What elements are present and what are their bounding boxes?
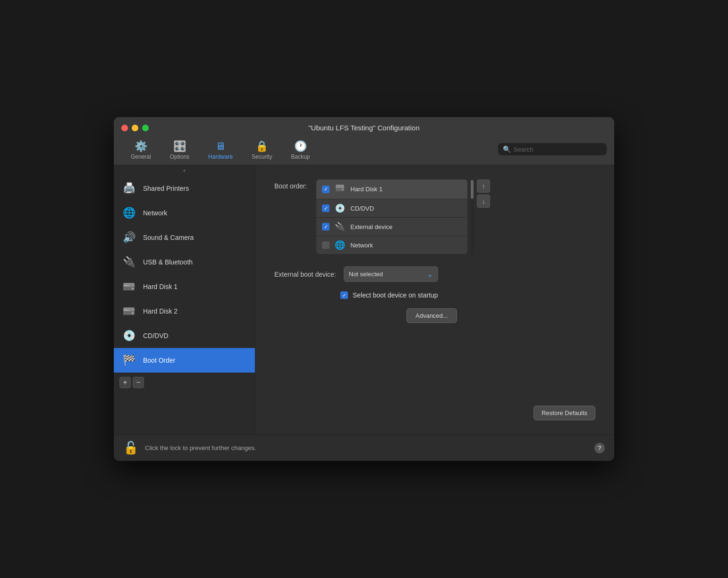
network-icon: 🌐 — [121, 205, 136, 221]
unlocked-lock-icon: 🔓 — [123, 441, 138, 455]
sidebar-label-network: Network — [143, 209, 167, 217]
add-item-button[interactable]: + — [119, 377, 131, 388]
main-window: "Ubuntu LFS Testing" Configuration ⚙️ Ge… — [114, 117, 614, 461]
sidebar-item-cd-dvd[interactable]: 💿 CD/DVD — [114, 323, 255, 348]
printer-icon: 🖨️ — [121, 181, 136, 196]
sidebar-item-hard-disk-2[interactable]: Hard Disk 2 — [114, 299, 255, 323]
boot-order-list-container: ✓ Hard Disk 1 ✓ — [316, 179, 490, 255]
sidebar-label-usb-bluetooth: USB & Bluetooth — [143, 258, 193, 266]
chevron-down-icon: ⌄ — [427, 270, 433, 279]
main-panel: Boot order: ✓ Hard — [255, 165, 614, 434]
lock-button[interactable]: 🔓 — [123, 441, 138, 455]
svg-point-6 — [132, 312, 134, 314]
svg-rect-3 — [124, 285, 129, 286]
sidebar: ▾ 🖨️ Shared Printers 🌐 Network 🔊 Sound &… — [114, 165, 255, 434]
boot-checkbox-cd-dvd[interactable]: ✓ — [322, 204, 330, 212]
toolbar: ⚙️ General 🎛️ Options 🖥 Hardware 🔒 Secur… — [121, 138, 607, 165]
sidebar-bottom: + − — [114, 373, 255, 392]
tab-security-label: Security — [252, 153, 272, 160]
boot-item-hard-disk-label: Hard Disk 1 — [350, 186, 462, 193]
sidebar-item-hard-disk-1[interactable]: Hard Disk 1 — [114, 274, 255, 299]
lock-text: Click the lock to prevent further change… — [145, 444, 588, 451]
tab-general-label: General — [131, 153, 151, 160]
close-button[interactable] — [121, 125, 128, 131]
scroll-indicator: ▾ — [114, 165, 255, 176]
tab-hardware[interactable]: 🖥 Hardware — [199, 138, 242, 165]
hard-disk-item-icon — [334, 183, 346, 195]
sidebar-label-boot-order: Boot Order — [143, 357, 175, 364]
external-boot-value: Not selected — [349, 271, 423, 278]
sidebar-item-shared-printers[interactable]: 🖨️ Shared Printers — [114, 176, 255, 201]
remove-item-button[interactable]: − — [133, 377, 144, 388]
tab-backup-label: Backup — [291, 153, 310, 160]
advanced-button[interactable]: Advanced... — [406, 308, 457, 323]
select-boot-device-row: ✓ Select boot device on startup — [274, 291, 595, 299]
lock-icon: 🔒 — [255, 141, 268, 152]
boot-checkbox-external[interactable]: ✓ — [322, 223, 330, 230]
search-icon: 🔍 — [503, 145, 511, 153]
select-boot-checkbox[interactable]: ✓ — [340, 291, 348, 299]
advanced-section: Advanced... — [340, 308, 595, 323]
boot-item-cd-dvd-label: CD/DVD — [350, 205, 462, 212]
boot-order-label: Boot order: — [274, 179, 307, 190]
tab-backup[interactable]: 🕐 Backup — [281, 138, 319, 165]
tab-general[interactable]: ⚙️ General — [121, 138, 161, 165]
bottom-bar: 🔓 Click the lock to prevent further chan… — [114, 434, 614, 461]
sound-camera-icon: 🔊 — [121, 230, 136, 245]
minimize-button[interactable] — [132, 125, 138, 131]
boot-item-network[interactable]: 🌐 Network — [316, 236, 467, 254]
search-input[interactable] — [514, 146, 599, 153]
external-boot-row: External boot device: Not selected ⌄ — [274, 266, 595, 282]
content-area: ▾ 🖨️ Shared Printers 🌐 Network 🔊 Sound &… — [114, 165, 614, 434]
hard-disk-2-icon — [121, 304, 136, 319]
sidebar-item-usb-bluetooth[interactable]: 🔌 USB & Bluetooth — [114, 250, 255, 274]
svg-point-10 — [342, 189, 344, 190]
help-button[interactable]: ? — [594, 443, 605, 453]
boot-item-hard-disk[interactable]: ✓ Hard Disk 1 — [316, 179, 467, 199]
clock-icon: 🕐 — [294, 141, 307, 152]
boot-item-external[interactable]: ✓ 🔌 External device — [316, 218, 467, 236]
list-arrows: ↑ ↓ — [477, 179, 490, 208]
scroll-track — [470, 179, 474, 255]
window-title: "Ubuntu LFS Testing" Configuration — [308, 124, 420, 132]
select-boot-label: Select boot device on startup — [353, 291, 438, 299]
boot-checkbox-network[interactable] — [322, 241, 330, 249]
tab-options-label: Options — [170, 153, 189, 160]
boot-item-network-label: Network — [350, 242, 462, 249]
boot-checkbox-hard-disk[interactable]: ✓ — [322, 186, 330, 193]
gear-icon: ⚙️ — [135, 141, 147, 152]
hardware-icon: 🖥 — [215, 141, 226, 152]
tab-options[interactable]: 🎛️ Options — [161, 138, 199, 165]
scroll-thumb[interactable] — [471, 180, 474, 199]
sidebar-item-network[interactable]: 🌐 Network — [114, 201, 255, 225]
sidebar-item-sound-camera[interactable]: 🔊 Sound & Camera — [114, 225, 255, 250]
sidebar-item-boot-order[interactable]: 🏁 Boot Order — [114, 348, 255, 373]
move-up-button[interactable]: ↑ — [477, 179, 490, 193]
external-device-icon: 🔌 — [334, 221, 346, 232]
titlebar: "Ubuntu LFS Testing" Configuration ⚙️ Ge… — [114, 117, 614, 165]
sidebar-label-hard-disk-1: Hard Disk 1 — [143, 283, 178, 290]
svg-rect-7 — [124, 310, 129, 311]
sidebar-label-shared-printers: Shared Printers — [143, 185, 189, 192]
tab-security[interactable]: 🔒 Security — [242, 138, 281, 165]
external-boot-select[interactable]: Not selected ⌄ — [344, 266, 438, 282]
traffic-lights — [121, 125, 149, 131]
restore-defaults-button[interactable]: Restore Defaults — [533, 406, 595, 420]
svg-point-2 — [132, 288, 134, 289]
move-down-button[interactable]: ↓ — [477, 195, 490, 208]
tab-hardware-label: Hardware — [208, 153, 233, 160]
sidebar-label-hard-disk-2: Hard Disk 2 — [143, 307, 178, 315]
boot-item-external-label: External device — [350, 223, 462, 230]
boot-order-list: ✓ Hard Disk 1 ✓ — [316, 179, 467, 254]
cd-dvd-item-icon: 💿 — [334, 203, 346, 213]
cd-dvd-icon: 💿 — [121, 328, 136, 343]
sliders-icon: 🎛️ — [173, 141, 186, 152]
boot-order-icon: 🏁 — [121, 353, 136, 368]
network-boot-icon: 🌐 — [334, 240, 346, 250]
hard-disk-1-icon — [121, 279, 136, 294]
boot-order-section: Boot order: ✓ Hard — [274, 179, 595, 255]
maximize-button[interactable] — [142, 125, 149, 131]
boot-item-cd-dvd[interactable]: ✓ 💿 CD/DVD — [316, 199, 467, 218]
sidebar-label-sound-camera: Sound & Camera — [143, 234, 194, 241]
external-boot-label: External boot device: — [274, 271, 336, 278]
